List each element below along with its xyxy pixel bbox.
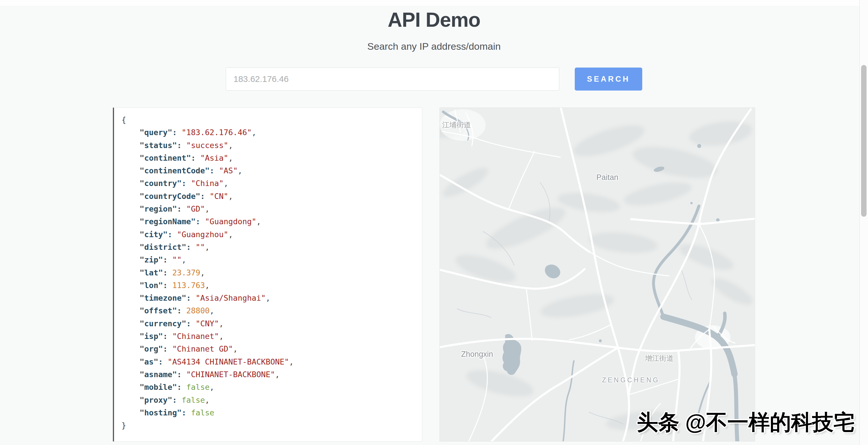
json-line: "query": "183.62.176.46", <box>122 126 417 139</box>
map-label-street: 江埔街道 <box>442 120 471 130</box>
json-line: "currency": "CNY", <box>122 317 417 330</box>
json-line: "offset": 28800, <box>122 304 417 317</box>
json-line: "lat": 23.379, <box>122 266 417 279</box>
search-button[interactable]: SEARCH <box>575 67 642 91</box>
map-label-town: Paitan <box>596 173 618 182</box>
json-line: { <box>122 114 417 126</box>
main-content: API Demo Search any IP address/domain SE… <box>113 9 755 442</box>
json-line: "as": "AS4134 CHINANET-BACKBONE", <box>122 356 417 368</box>
top-strip <box>0 0 868 6</box>
watermark-text: 头条 @不一样的科技宅 <box>637 408 855 437</box>
json-line: "zip": "", <box>122 254 417 266</box>
json-line: "asname": "CHINANET-BACKBONE", <box>122 368 417 381</box>
search-input[interactable] <box>226 67 559 91</box>
json-line: "hosting": false <box>122 407 417 419</box>
json-line: "timezone": "Asia/Shanghai", <box>122 292 417 304</box>
map-label-town: Zhongxin <box>461 350 493 359</box>
json-line: "district": "", <box>122 241 417 254</box>
json-line: "regionName": "Guangdong", <box>122 215 417 228</box>
json-line: "proxy": false, <box>122 394 417 407</box>
map-panel[interactable]: 江埔街道PaitanZhongxin增江街道ZENGCHENG <box>439 108 755 442</box>
json-line: "isp": "Chinanet", <box>122 330 417 343</box>
page-title: API Demo <box>113 9 755 31</box>
page-scrollbar[interactable] <box>859 0 868 445</box>
scrollbar-thumb[interactable] <box>861 65 867 217</box>
json-line: "continent": "Asia", <box>122 152 417 165</box>
json-line: "lon": 113.763, <box>122 279 417 292</box>
json-line: } <box>122 419 417 432</box>
json-line: "org": "Chinanet GD", <box>122 343 417 355</box>
json-code: {"query": "183.62.176.46","status": "suc… <box>114 108 422 432</box>
map-label-street: 增江街道 <box>645 354 674 363</box>
json-line: "continentCode": "AS", <box>122 165 417 177</box>
json-line: "city": "Guangzhou", <box>122 228 417 241</box>
search-row: SEARCH <box>113 67 755 91</box>
page-subtitle: Search any IP address/domain <box>113 41 755 52</box>
map-label-district: ZENGCHENG <box>602 376 660 384</box>
json-line: "status": "success", <box>122 139 417 152</box>
json-response-panel: {"query": "183.62.176.46","status": "suc… <box>113 108 422 442</box>
json-line: "countryCode": "CN", <box>122 190 417 203</box>
json-line: "country": "China", <box>122 177 417 190</box>
json-line: "region": "GD", <box>122 203 417 215</box>
json-line: "mobile": false, <box>122 381 417 393</box>
map-labels: 江埔街道PaitanZhongxin增江街道ZENGCHENG <box>440 108 755 441</box>
results-panels: {"query": "183.62.176.46","status": "suc… <box>113 108 755 442</box>
